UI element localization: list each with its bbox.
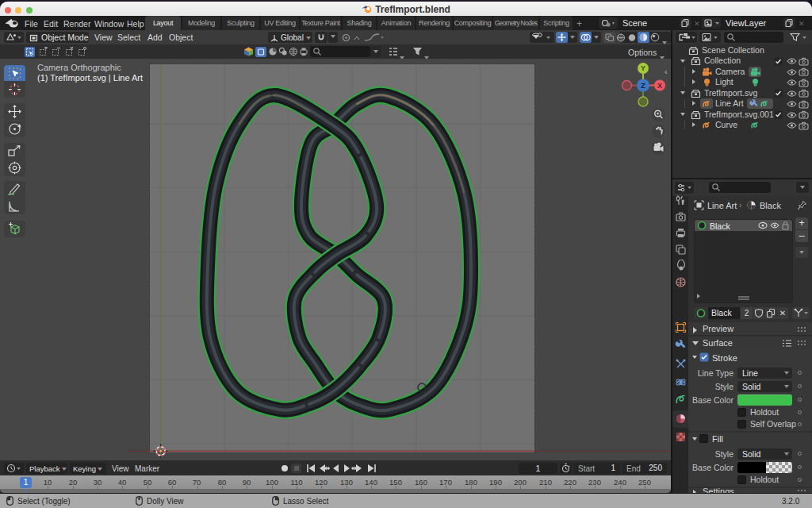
svg-text:X: X — [657, 82, 662, 90]
svg-text:Z: Z — [641, 81, 645, 90]
svg-text:Y: Y — [641, 64, 645, 72]
